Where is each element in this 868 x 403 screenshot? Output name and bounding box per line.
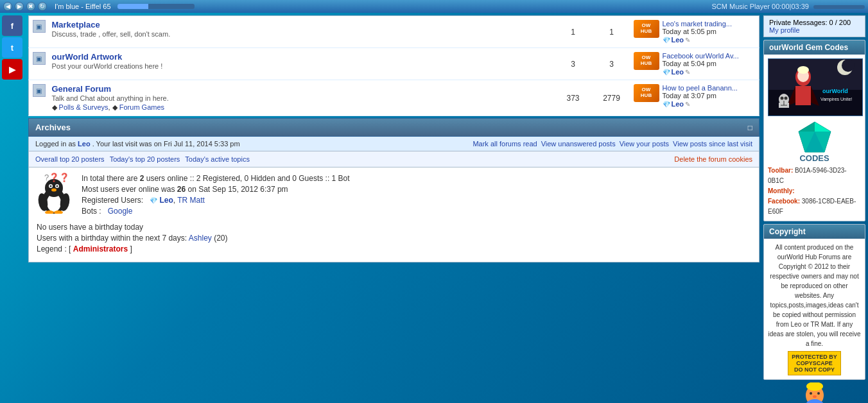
forum-table: ▣ Marketplace Discuss, trade , offer, se… [28, 15, 759, 116]
svg-marker-31 [815, 122, 831, 132]
main-wrapper: ▣ Marketplace Discuss, trade , offer, se… [24, 13, 868, 403]
player-progress[interactable] [117, 4, 195, 9]
birthday-age: (20) [214, 234, 227, 243]
user1-link[interactable]: Leo [159, 196, 173, 205]
forum-desc: Talk and Chat about anything in here. [52, 94, 551, 102]
sublink-icon-1: ◆ [52, 103, 57, 111]
toolbar-line: Toolbar: B01A-5946-3D23-0B1C [768, 166, 861, 186]
forum-title[interactable]: Marketplace [52, 20, 100, 30]
nav-forward-button[interactable]: ▶ [15, 2, 24, 11]
view-unanswered-link[interactable]: View unanswered posts [541, 140, 616, 148]
birthday-user-link[interactable]: Ashley [189, 234, 212, 243]
copyscape-area: PROTECTED BYCOPYSCAPEDO NOT COPY [768, 351, 861, 375]
twitter-icon: t [11, 43, 13, 53]
max-users-suffix: on Sat Sep 15, 2012 6:37 pm [187, 185, 288, 194]
forum-posts-cell: 3 [554, 48, 593, 80]
bot-link[interactable]: Google [108, 207, 133, 216]
nav-back-button[interactable]: ◀ [3, 2, 12, 11]
forum-sublinks: ◆ Polls & Surveys, ◆ Forum Games [52, 103, 551, 112]
links-bar: Overall top 20 posters Today's top 20 po… [28, 151, 759, 167]
forum-topics-cell: 1 [593, 16, 631, 48]
svg-point-7 [51, 189, 56, 192]
twitter-button[interactable]: t [2, 37, 22, 58]
last-post-user-row: 💎 Leo ✎ [663, 68, 757, 76]
edit-icon: ✎ [685, 101, 690, 108]
game-banner-svg: ourWorld Vampires Unite! [768, 58, 863, 116]
center-content: ▣ Marketplace Discuss, trade , offer, se… [24, 13, 762, 403]
monthly-line: Monthly: [768, 186, 861, 196]
copyright-text: All content produced on the ourWorld Hub… [768, 243, 861, 348]
last-post-username[interactable]: Leo [672, 68, 684, 76]
online-stats: In total there are 2 users online :: 2 R… [37, 174, 751, 183]
toolbar-label: Toolbar: [768, 167, 793, 174]
facebook-button[interactable]: f [2, 15, 22, 36]
last-post-username[interactable]: Leo [672, 100, 684, 108]
sublink-polls[interactable]: Polls & Surveys [59, 103, 108, 111]
archives-collapse-button[interactable]: □ [748, 123, 752, 132]
forum-title[interactable]: ourWorld Artwork [52, 52, 123, 62]
gem-codes-body: ourWorld Vampires Unite! [764, 55, 865, 221]
stats-text-area: In total there are 2 users online :: 2 R… [37, 174, 751, 253]
todays-top-20-link[interactable]: Today's top 20 posters [110, 155, 180, 163]
forum-info-cell: ourWorld Artwork Post your ourWorld crea… [49, 48, 554, 80]
forum-icon: ▣ [33, 84, 46, 97]
forum-icon-cell: ▣ [29, 48, 49, 80]
forum-title[interactable]: General Forum [52, 84, 111, 94]
svg-point-6 [56, 185, 58, 187]
forum-icon-cell: ▣ [29, 16, 49, 48]
question-marks: ?❓❓ [44, 173, 69, 182]
gem-codes-panel: ourWorld Gem Codes [763, 40, 865, 221]
copyright-panel: Copyright All content produced on the ou… [763, 224, 865, 380]
nav-close-button[interactable]: ✖ [26, 2, 35, 11]
copyscape-text: PROTECTED BYCOPYSCAPEDO NOT COPY [792, 354, 837, 373]
svg-point-26 [781, 96, 784, 99]
forum-desc: Post your ourWorld creations here ! [52, 62, 551, 70]
user2-link[interactable]: TR Matt [177, 196, 205, 205]
sublink-games[interactable]: Forum Games [119, 103, 164, 111]
legend-close: ] [130, 244, 132, 253]
overall-top-20-link[interactable]: Overall top 20 posters [35, 155, 105, 163]
facebook-icon: f [11, 21, 13, 31]
copyscape-button[interactable]: PROTECTED BYCOPYSCAPEDO NOT COPY [788, 351, 841, 375]
top-bar: ◀ ▶ ✖ ↻ I'm blue - Eiffel 65 SCM Music P… [0, 0, 868, 13]
volume-bar[interactable] [813, 5, 865, 9]
table-row: ▣ ourWorld Artwork Post your ourWorld cr… [29, 48, 759, 80]
birthday-none: No users have a birthday today [37, 223, 751, 232]
max-users-label: Most users ever online was [82, 185, 175, 194]
total-users-suffix: users online :: 2 Registered, 0 Hidden a… [146, 174, 350, 183]
nav-refresh-button[interactable]: ↻ [38, 2, 47, 11]
last-post-user-row: 💎 Leo ✎ [663, 100, 757, 108]
youtube-icon: ▶ [9, 65, 15, 74]
status-last-visit: . Your last visit was on Fri Jul 11, 201… [92, 140, 240, 148]
gem-diamond-svg [795, 119, 834, 154]
facebook-line: Facebook: 3086-1C8D-EAEB-E60F [768, 196, 861, 217]
forum-posts-cell: 373 [554, 80, 593, 116]
gem-icon: 💎 [663, 37, 670, 44]
user1-gem-icon: 💎 [150, 197, 157, 204]
svg-point-37 [810, 392, 812, 395]
table-row: ▣ Marketplace Discuss, trade , offer, se… [29, 16, 759, 48]
last-post-username[interactable]: Leo [672, 36, 684, 44]
view-since-last-link[interactable]: View posts since last visit [673, 140, 752, 148]
svg-point-21 [797, 66, 809, 74]
youtube-button[interactable]: ▶ [2, 59, 22, 80]
player-time: 00:00|03:39 [772, 3, 809, 10]
svg-point-39 [813, 395, 817, 398]
my-profile-link[interactable]: My profile [769, 26, 800, 34]
edit-icon: ✎ [685, 37, 690, 44]
legend-row: Legend : [ Administrators ] [37, 244, 751, 253]
forum-topics-cell: 2779 [593, 80, 631, 116]
registered-label: Registered Users: [82, 196, 143, 205]
total-users-label: In total there are [82, 174, 137, 183]
pm-count: 0 / 200 [829, 19, 851, 26]
facebook-label: Facebook: [768, 198, 800, 205]
todays-active-link[interactable]: Today's active topics [185, 155, 250, 163]
view-your-posts-link[interactable]: View your posts [620, 140, 669, 148]
mark-all-read-link[interactable]: Mark all forums read [473, 140, 537, 148]
bots-label: Bots : [82, 207, 101, 216]
status-username[interactable]: Leo [78, 140, 91, 148]
player-label: SCM Music Player [711, 3, 769, 10]
delete-cookies-link[interactable]: Delete the forum cookies [674, 155, 752, 163]
links-right: Delete the forum cookies [674, 155, 752, 163]
gem-icon: 💎 [663, 69, 670, 76]
